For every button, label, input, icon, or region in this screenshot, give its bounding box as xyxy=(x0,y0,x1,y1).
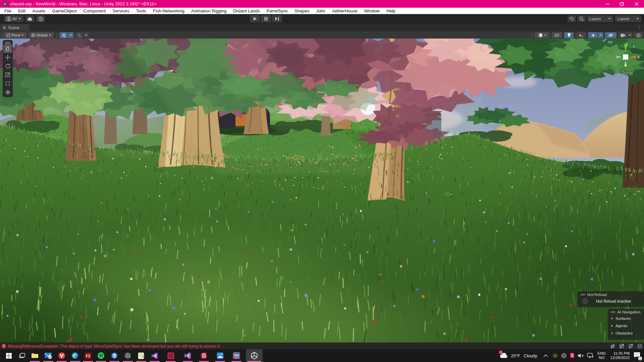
scene-viewport[interactable]: y x < Persp Hot Reload Hot Reload inacti… xyxy=(0,39,644,343)
taskbar-edge[interactable] xyxy=(68,349,82,362)
menu-tools[interactable]: Tools xyxy=(132,8,149,13)
volume-muted-icon[interactable] xyxy=(578,353,584,358)
increment-snap-button[interactable] xyxy=(75,32,83,38)
effects-arrow[interactable] xyxy=(598,32,603,38)
start-button[interactable] xyxy=(2,349,15,362)
menu-jobs[interactable]: Jobs xyxy=(313,8,328,13)
audio-toggle[interactable] xyxy=(576,32,586,38)
menu-gameobject[interactable]: GameObject xyxy=(49,8,80,13)
play-button[interactable] xyxy=(250,15,260,22)
layout-dropdown[interactable]: Layout xyxy=(615,15,641,22)
taskbar-mail[interactable]: 13 xyxy=(42,349,55,362)
taskbar-photos[interactable] xyxy=(213,349,227,362)
menu-shapes[interactable]: Shapes xyxy=(291,8,313,13)
account-dropdown[interactable]: AV xyxy=(4,15,23,22)
menu-services[interactable]: Services xyxy=(109,8,133,13)
gizmos-dropdown[interactable] xyxy=(634,32,643,38)
notification-button[interactable]: 1 xyxy=(633,352,641,360)
menu-aetherhouse[interactable]: AetherHouse xyxy=(329,8,361,13)
increment-snap-arrow[interactable] xyxy=(84,32,89,38)
perspective-label[interactable]: < Persp xyxy=(619,71,633,76)
menu-parrelsync[interactable]: ParrelSync xyxy=(263,8,291,13)
layers-dropdown[interactable]: Layers xyxy=(587,15,613,22)
menu-help[interactable]: Help xyxy=(383,8,399,13)
move-tool-button[interactable] xyxy=(3,53,12,62)
menu-component[interactable]: Component xyxy=(80,8,109,13)
taskbar-davinci[interactable]: DV xyxy=(108,349,121,362)
ai-nav-label: Surfaces xyxy=(615,316,631,320)
rect-tool-button[interactable] xyxy=(3,79,12,88)
weather-condition[interactable]: Cloudy xyxy=(524,353,537,358)
red-tray-icon[interactable] xyxy=(570,353,575,359)
maximize-button[interactable] xyxy=(614,0,629,8)
pause-button[interactable] xyxy=(261,15,271,22)
tab-options-icon[interactable]: ⋮ xyxy=(637,25,641,29)
undo-history-button[interactable] xyxy=(568,15,576,22)
ai-nav-label: Obstacles xyxy=(615,331,633,335)
network-icon[interactable] xyxy=(587,353,594,359)
clock[interactable]: 11:25 PM 12/28/2023 xyxy=(610,351,630,360)
task-view-button[interactable] xyxy=(15,349,29,362)
taskbar-unity-editor[interactable] xyxy=(246,349,263,362)
transform-tool-button[interactable] xyxy=(3,88,12,97)
close-button[interactable] xyxy=(629,0,644,8)
menu-assets[interactable]: Assets xyxy=(29,8,49,13)
shading-mode-dropdown[interactable] xyxy=(535,32,549,38)
services-button[interactable] xyxy=(36,15,45,22)
taskbar-vivaldi[interactable] xyxy=(55,349,68,362)
taskbar-notepad-plus-plus[interactable] xyxy=(135,349,148,362)
tray-expand-icon[interactable] xyxy=(543,354,548,357)
grid-snap-button[interactable]: Y xyxy=(60,32,68,38)
hidden-objects-toggle[interactable] xyxy=(605,32,616,38)
menu-edit[interactable]: Edit xyxy=(15,8,29,13)
camera-arrow[interactable] xyxy=(628,32,632,38)
taskbar-gimp[interactable] xyxy=(230,349,243,362)
view-tool-button[interactable] xyxy=(3,44,12,53)
global-dropdown[interactable]: Global xyxy=(29,32,54,38)
menu-window[interactable]: Window xyxy=(361,8,383,13)
gizmo-handle xyxy=(608,42,612,43)
scale-tool-button[interactable] xyxy=(3,70,12,79)
taskbar-red-app[interactable] xyxy=(197,349,211,362)
camera-settings-button[interactable] xyxy=(619,32,627,38)
taskbar-visual-studio-code[interactable] xyxy=(148,349,161,362)
search-button[interactable] xyxy=(577,15,586,22)
hot-reload-grip[interactable] xyxy=(581,293,585,296)
taskbar-spotify[interactable] xyxy=(94,349,108,362)
ai-nav-item-obstacles[interactable]: Obstacles xyxy=(608,329,644,337)
progress-status-icon[interactable] xyxy=(635,343,644,349)
2d-toggle[interactable]: 2D xyxy=(552,32,562,38)
lighting-toggle[interactable] xyxy=(564,32,574,38)
step-button[interactable] xyxy=(272,15,282,22)
unity-hub-tray-icon[interactable] xyxy=(561,353,567,359)
pivot-dropdown[interactable]: Pivot xyxy=(3,32,27,38)
rotate-tool-button[interactable] xyxy=(3,62,12,70)
grid-snap-arrow[interactable] xyxy=(68,32,73,38)
language-indicator[interactable]: ENG NO xyxy=(598,351,606,360)
weather-icon[interactable]: 1 xyxy=(499,352,508,360)
nvidia-tray-icon[interactable] xyxy=(552,353,558,359)
effects-toggle[interactable] xyxy=(588,32,598,38)
ai-nav-item-surfaces[interactable]: Surfaces xyxy=(608,315,644,322)
debugger-muted-icon[interactable] xyxy=(608,343,617,349)
status-bar[interactable]: ! MissingReferenceException: The object … xyxy=(0,343,644,349)
taskbar-unity-hub[interactable] xyxy=(121,349,135,362)
taskbar-filezilla[interactable]: FZ xyxy=(81,349,95,362)
weather-temp[interactable]: 20°F xyxy=(511,353,520,358)
menu-animation-rigging[interactable]: Animation Rigging xyxy=(188,8,230,13)
ai-nav-grip[interactable] xyxy=(611,311,615,314)
tools-overlay-handle[interactable] xyxy=(3,41,12,44)
taskbar-file-explorer[interactable] xyxy=(28,349,42,362)
taskbar-visual-studio[interactable] xyxy=(181,349,195,362)
refresh-muted-icon[interactable] xyxy=(626,343,635,349)
menu-distant-lands[interactable]: Distant Lands xyxy=(230,8,263,13)
taskbar-rider[interactable] xyxy=(164,349,177,362)
hot-reload-indicator[interactable] xyxy=(582,298,588,304)
cache-muted-icon[interactable] xyxy=(617,343,626,349)
menu-fish-networking[interactable]: Fish-Networking xyxy=(150,8,188,13)
cloud-button[interactable] xyxy=(25,15,34,22)
minimize-button[interactable] xyxy=(600,0,614,8)
tab-scene[interactable]: Scene xyxy=(1,24,30,31)
ai-nav-item-agents[interactable]: Agents xyxy=(608,322,644,329)
menu-file[interactable]: File xyxy=(1,8,15,13)
